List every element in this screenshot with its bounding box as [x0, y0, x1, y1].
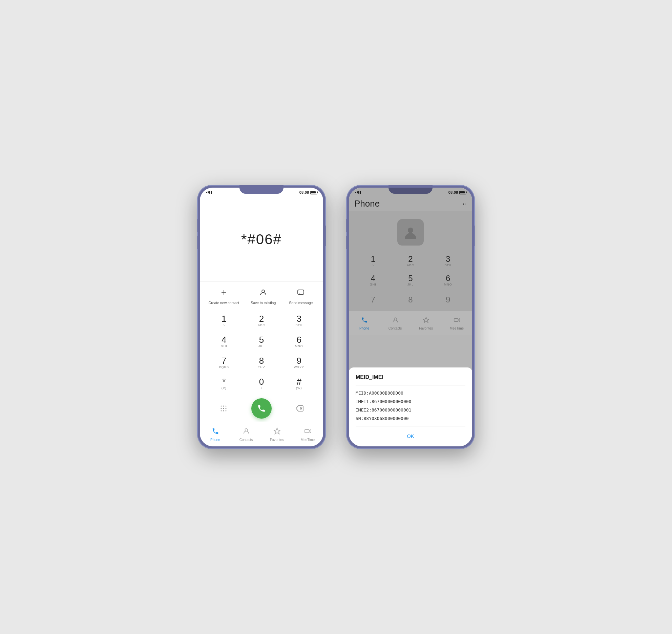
bottom-nav: Phone Contacts Favorites — [200, 422, 323, 446]
phone2-volume-up-button[interactable] — [346, 219, 346, 232]
dialpad-icon[interactable] — [215, 400, 232, 417]
svg-point-4 — [220, 406, 222, 407]
svg-marker-16 — [274, 428, 280, 434]
send-message-button[interactable]: Send message — [287, 285, 314, 305]
nav-favorites[interactable]: Favorites — [265, 427, 289, 442]
call-button[interactable] — [251, 398, 272, 419]
nav-contacts[interactable]: Contacts — [234, 427, 258, 442]
modal-divider-1 — [356, 385, 465, 385]
delete-button[interactable] — [291, 400, 308, 417]
key-1[interactable]: 1 ⌂ — [210, 310, 237, 331]
svg-point-2 — [262, 290, 265, 293]
svg-point-7 — [220, 408, 222, 409]
svg-point-8 — [223, 408, 224, 409]
favorites-nav-icon — [273, 427, 281, 437]
modal-imei1: IMEI1:867000000000000 — [356, 397, 465, 406]
key-9[interactable]: 9 WXYZ — [286, 352, 313, 373]
key-hash[interactable]: # (W) — [286, 373, 313, 394]
keypad-row-4: * (P) 0 + # (W) — [205, 373, 318, 394]
save-contact-icon — [256, 285, 270, 299]
keypad-row-3: 7 PQRS 8 TUV 9 WXYZ — [205, 352, 318, 373]
modal-meid: MEID:A00000B00DD00 — [356, 389, 465, 397]
signal-bar-3 — [209, 191, 210, 194]
phone-2: 08:08 Phone ∷ 1 ⌂ — [346, 185, 475, 449]
volume-up-button[interactable] — [197, 219, 197, 232]
nav-phone-label: Phone — [210, 438, 220, 442]
nav-meettime[interactable]: MeeTime — [296, 427, 320, 442]
key-5[interactable]: 5 JKL — [248, 331, 275, 352]
phone-nav-icon — [212, 427, 219, 437]
meettime-nav-icon — [304, 427, 312, 437]
send-message-label: Send message — [289, 301, 313, 305]
svg-point-9 — [225, 408, 226, 409]
battery-icon — [310, 191, 317, 194]
signal-bar-4 — [211, 191, 212, 194]
modal-title: MEID_IMEI — [356, 374, 465, 380]
keypad: 1 ⌂ 2 ABC 3 DEF 4 GHI — [200, 309, 323, 397]
key-star[interactable]: * (P) — [210, 373, 237, 394]
power-button[interactable] — [326, 226, 326, 246]
imei-modal: MEID_IMEI MEID:A00000B00DD00 IMEI1:86700… — [349, 367, 472, 446]
create-new-contact-button[interactable]: Create new contact — [209, 285, 239, 305]
svg-point-12 — [225, 410, 226, 411]
time-display: 08:08 — [299, 190, 309, 194]
signal-indicator — [206, 191, 212, 194]
phone2-volume-down-button[interactable] — [346, 236, 346, 249]
save-to-existing-button[interactable]: Save to existing — [250, 285, 277, 305]
signal-bar-2 — [208, 191, 209, 193]
phone-1-screen: 08:08 *#06# Create new contact — [200, 188, 323, 446]
key-8[interactable]: 8 TUV — [248, 352, 275, 373]
svg-point-15 — [245, 428, 247, 431]
nav-meettime-label: MeeTime — [301, 438, 315, 442]
modal-ok-button[interactable]: OK — [356, 430, 465, 440]
imei-modal-overlay: MEID_IMEI MEID:A00000B00DD00 IMEI1:86700… — [349, 188, 472, 446]
modal-divider-2 — [356, 426, 465, 426]
modal-sn: SN:88Y0X068000000000 — [356, 414, 465, 423]
key-6[interactable]: 6 MNO — [286, 331, 313, 352]
phone-2-screen: 08:08 Phone ∷ 1 ⌂ — [349, 188, 472, 446]
key-7[interactable]: 7 PQRS — [210, 352, 237, 373]
keypad-row-2: 4 GHI 5 JKL 6 MNO — [205, 331, 318, 352]
dialer-input-display: *#06# — [200, 197, 323, 281]
signal-bar-1 — [206, 192, 207, 193]
status-right: 08:08 — [299, 190, 317, 194]
key-0[interactable]: 0 + — [248, 373, 275, 394]
svg-point-5 — [223, 406, 224, 407]
key-4[interactable]: 4 GHI — [210, 331, 237, 352]
notch — [239, 185, 284, 194]
key-2[interactable]: 2 ABC — [248, 310, 275, 331]
svg-point-6 — [225, 406, 226, 407]
phone2-power-button[interactable] — [475, 226, 475, 246]
nav-phone[interactable]: Phone — [204, 427, 227, 442]
volume-down-button[interactable] — [197, 236, 197, 249]
svg-rect-17 — [304, 429, 309, 432]
svg-point-10 — [220, 410, 222, 411]
create-new-contact-label: Create new contact — [209, 301, 239, 305]
nav-favorites-label: Favorites — [270, 438, 284, 442]
nav-contacts-label: Contacts — [239, 438, 253, 442]
svg-rect-3 — [298, 290, 304, 294]
key-3[interactable]: 3 DEF — [286, 310, 313, 331]
message-icon — [294, 285, 308, 299]
add-contact-icon — [217, 285, 231, 299]
dialer-screen: *#06# Create new contact — [200, 197, 323, 422]
svg-point-11 — [223, 410, 224, 411]
save-to-existing-label: Save to existing — [251, 301, 276, 305]
battery-fill — [311, 191, 316, 193]
modal-imei2: IMEI2:867000000000001 — [356, 406, 465, 414]
call-row — [200, 397, 323, 422]
keypad-row-1: 1 ⌂ 2 ABC 3 DEF — [205, 310, 318, 331]
contacts-nav-icon — [243, 427, 250, 437]
action-buttons-row: Create new contact Save to existing — [200, 281, 323, 309]
phone-1: 08:08 *#06# Create new contact — [197, 185, 326, 449]
